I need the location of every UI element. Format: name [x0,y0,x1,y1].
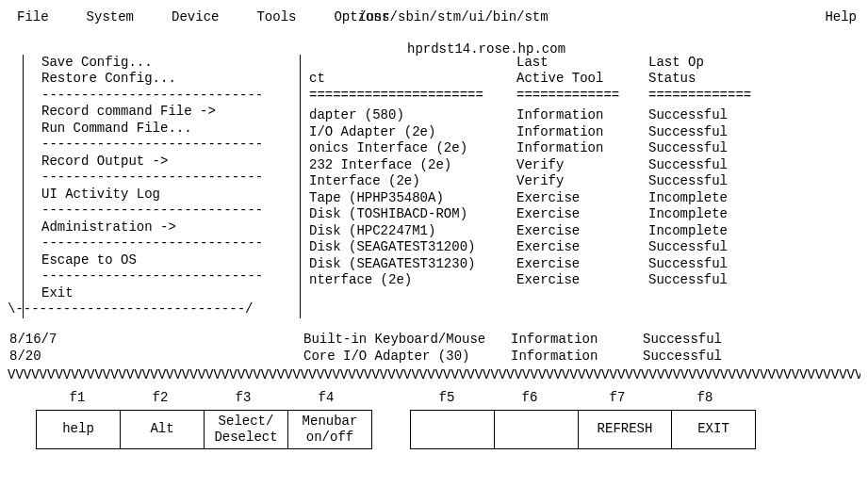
flabel-2: f2 [119,390,202,407]
table-row[interactable]: dapter (580)InformationSuccessful [309,107,799,124]
table-row[interactable]: 232 Interface (2e)VerifySuccessful [309,157,799,174]
menu-sep: ---------------------------- [41,88,296,105]
mi-record-out[interactable]: Record Output -> [41,154,296,170]
col-status-1: Last Op [648,55,799,72]
flabel-5: f5 [405,390,488,407]
table-row[interactable]: Disk (SEAGATEST31200)ExerciseSuccessful [309,239,799,256]
col-tool-2: Active Tool [516,71,648,88]
extra-rows: 8/16/7Built-in Keyboard/MouseInformation… [9,332,794,365]
table-row[interactable]: Disk (TOSHIBACD-ROM)ExerciseIncomplete [309,206,799,223]
menu-system[interactable]: System [87,9,134,26]
title-path: /usr/sbin/stm/ui/bin/stm [358,9,549,26]
mi-run-cmd[interactable]: Run Command File... [41,121,296,138]
table-row[interactable]: Disk (HPC2247M1)ExerciseIncomplete [309,223,799,240]
menu-sep: ---------------------------- [41,203,296,219]
f6-blank[interactable] [495,410,579,449]
flabel-6: f6 [488,390,571,407]
menu-sep: ---------------------------- [41,137,296,154]
menu-footer: \-----------------------------/ [8,301,296,318]
table-row[interactable]: 8/16/7Built-in Keyboard/MouseInformation… [9,332,794,349]
table-row[interactable]: I/O Adapter (2e)InformationSuccessful [309,124,799,141]
mi-save[interactable]: Save Config... [41,55,296,72]
col-status-2: Status [648,71,799,88]
f7-refresh[interactable]: REFRESH [579,410,672,449]
menu-file[interactable]: File [17,9,49,26]
menu-help[interactable]: Help [825,9,857,26]
menu-tools[interactable]: Tools [256,9,296,26]
flabel-4: f4 [285,390,368,407]
flabel-8: f8 [663,390,746,407]
mi-restore[interactable]: Restore Config... [41,71,296,88]
flabel-1: f1 [36,390,119,407]
f4-menubar[interactable]: Menubaron/off [288,410,372,449]
col-tool-1: Last [516,55,648,72]
f5-blank[interactable] [410,410,495,449]
col-ct: ct [309,71,516,88]
mi-exit[interactable]: Exit [41,285,296,302]
mi-escape[interactable]: Escape to OS [41,252,296,269]
menu-sep: ---------------------------- [41,268,296,285]
file-dropdown: Save Config... Restore Config... -------… [23,55,296,318]
menu-sep: ---------------------------- [41,170,296,187]
f2-alt[interactable]: Alt [121,410,205,449]
menu-sep: ---------------------------- [41,235,296,252]
f3-select[interactable]: Select/Deselect [205,410,288,449]
col-rule-b: ============= [516,88,648,105]
flabel-7: f7 [571,390,663,407]
table-row[interactable]: 8/20Core I/O Adapter (30)InformationSucc… [9,349,794,365]
column-headers: Last Last Op ct Active Tool Status =====… [309,55,799,289]
scroll-indicator: VVVVVVVVVVVVVVVVVVVVVVVVVVVVVVVVVVVVVVVV… [8,367,860,384]
col-rule-c: ============= [648,88,799,105]
flabel-3: f3 [202,390,285,407]
f8-exit[interactable]: EXIT [672,410,756,449]
table-row[interactable]: onics Interface (2e)InformationSuccessfu… [309,140,799,157]
table-row[interactable]: nterface (2e)ExerciseSuccessful [309,272,799,289]
mi-record-cmd[interactable]: Record command File -> [41,104,296,121]
table-row[interactable]: Disk (SEAGATEST31230)ExerciseSuccessful [309,256,799,273]
table-row[interactable]: Interface (2e)VerifySuccessful [309,173,799,190]
col-rule-a: ====================== [309,88,516,105]
f1-help[interactable]: help [36,410,121,449]
menu-device[interactable]: Device [172,9,219,26]
mi-admin[interactable]: Administration -> [41,219,296,236]
mi-ui-log[interactable]: UI Activity Log [41,187,296,203]
table-row[interactable]: Tape (HPHP35480A)ExerciseIncomplete [309,190,799,207]
